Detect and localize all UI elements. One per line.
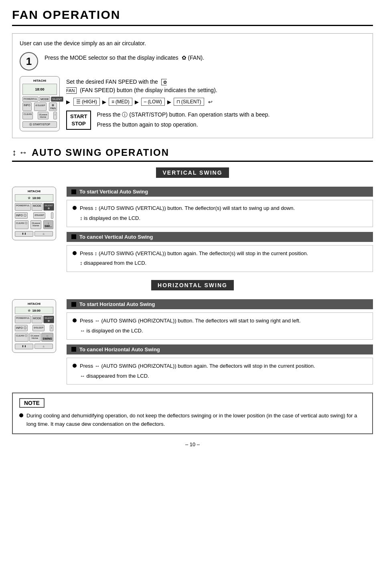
cancel-vertical-content: Press ↕ (AUTO SWING (VERTICAL)) button a…	[67, 245, 373, 272]
rv-btn-powerful: POWERFUL	[15, 203, 31, 211]
remote-v-rows: POWERFUL MODE SILENT ✿ INFO ⓘ ⊘SLEEP CLE…	[15, 203, 53, 238]
page-number: – 10 –	[12, 441, 373, 447]
vertical-swing-icon: ↕	[12, 147, 16, 158]
auto-swing-header: ↕ ↔ AUTO SWING OPERATION	[12, 147, 373, 162]
step-2-content: Set the desired FAN SPEED with the ✿FAN …	[66, 76, 365, 130]
horizontal-swing-label: HORIZONTAL SWING	[151, 280, 234, 290]
rh-btn-leavehome: ⊙LeaveHome	[29, 333, 40, 342]
step-1-number: 1	[20, 52, 38, 70]
dot-4	[73, 364, 77, 368]
remote-brand: HITACHI	[22, 79, 57, 83]
start-vertical-title: To start Vertical Auto Swing	[79, 189, 148, 195]
rv-btn-silent: SILENT ✿	[43, 203, 54, 211]
speed-silent: ⊓ (SILENT)	[174, 98, 204, 106]
note-content: During cooling and dehumidifying operati…	[19, 412, 366, 429]
remote-btn-powerful: POWERFUL	[22, 97, 38, 102]
start-stop-text: Press the ⓘ (START/STOP) button. Fan ope…	[97, 111, 270, 129]
rv-btn-bottom-left: ⬆⬇	[15, 231, 33, 237]
remote-h-display: ☆ 18:00	[15, 307, 53, 314]
cancel-horizontal-action: Press ↔ (AUTO SWING (HORIZONTAL)) button…	[80, 362, 315, 371]
remote-vertical: HITACHI ☆ 18:00 POWERFUL MODE SILENT ✿ I…	[12, 187, 56, 240]
cancel-horizontal-action-line: Press ↔ (AUTO SWING (HORIZONTAL)) button…	[73, 362, 367, 371]
vertical-swing-section: VERTICAL SWING HITACHI ☆ 18:00 POWERFUL …	[12, 167, 373, 272]
rv-btn-leavehome: ⊙LeaveHome	[30, 220, 41, 229]
remote-horizontal: HITACHI ☆ 18:00 POWERFUL MODE SILENT ✿ I…	[12, 299, 56, 353]
rv-btn-mode: MODE	[32, 203, 43, 211]
rh-btn-bottom-right: ⌂	[34, 344, 53, 349]
speed-high: ☰ (HIGH)	[73, 98, 100, 106]
dot-3	[73, 318, 77, 322]
vertical-swing-content: HITACHI ☆ 18:00 POWERFUL MODE SILENT ✿ I…	[12, 187, 373, 272]
cancel-vertical-lcd: ↕ disappeared from the LCD.	[73, 259, 367, 268]
horizontal-swing-actions: To start Horizontal Auto Swing Press ↔ (…	[67, 299, 373, 385]
bullet-square-1	[71, 189, 76, 194]
swing-icons: ↕ ↔	[12, 147, 28, 158]
remote-diagram-fan: HITACHI 18:00 POWERFUL MODE SILENT INFO …	[20, 76, 60, 131]
remote-btn-silent: SILENT	[51, 97, 63, 102]
page-title: FAN OPERATION	[12, 8, 373, 22]
fan-step-2: HITACHI 18:00 POWERFUL MODE SILENT INFO …	[20, 76, 365, 131]
start-horizontal-lcd-text: ↔ is displayed on the LCD.	[80, 327, 143, 335]
vertical-swing-label-box: VERTICAL SWING	[12, 167, 373, 182]
start-horizontal-action-line: Press ↔ (AUTO SWING (HORIZONTAL)) button…	[73, 317, 367, 325]
rh-btn-clean: CLEAN ⓘ	[15, 333, 28, 342]
remote-btn-info: INFO	[22, 103, 32, 111]
cancel-vertical-title: To cancel Vertical Auto Swing	[79, 234, 153, 240]
note-text: During cooling and dehumidifying operati…	[26, 412, 366, 429]
rv-btn-swing: ↕SWI...	[43, 220, 53, 229]
fan-operation-section: User can use the device simply as an air…	[12, 33, 373, 138]
remote-btn-mode: MODE	[39, 97, 50, 102]
rh-btn-swing: ↔SWING	[41, 333, 53, 342]
rv-btn-empty	[51, 212, 53, 219]
bullet-square-2	[71, 234, 76, 239]
start-horizontal-action: Press ↔ (AUTO SWING (HORIZONTAL)) button…	[80, 317, 301, 325]
fan-steps: 1 Press the MODE selector so that the di…	[20, 52, 365, 131]
horizontal-swing-content: HITACHI ☆ 18:00 POWERFUL MODE SILENT ✿ I…	[12, 299, 373, 385]
arrow-2: ▶	[135, 99, 139, 105]
cancel-horizontal-lcd: ↔ disappeared from the LCD.	[73, 372, 367, 381]
arrow-4: ↩	[208, 99, 213, 105]
remote-btn-start-stop: ⓪ START/STOP	[22, 121, 57, 128]
rh-btn-silent: SILENT ✿	[43, 316, 54, 323]
rh-btn-powerful: POWERFUL	[15, 316, 31, 323]
step-1-text: Press the MODE selector so that the disp…	[45, 54, 365, 62]
cancel-horizontal-content: Press ↔ (AUTO SWING (HORIZONTAL)) button…	[67, 358, 373, 385]
auto-swing-title: AUTO SWING OPERATION	[32, 147, 169, 158]
note-bullet	[19, 413, 23, 417]
cancel-vertical-title-bar: To cancel Vertical Auto Swing	[67, 232, 373, 242]
start-horizontal-content: Press ↔ (AUTO SWING (HORIZONTAL)) button…	[67, 312, 373, 340]
remote-v-brand: HITACHI	[15, 189, 53, 193]
start-vertical-lcd-text: ↕ is displayed on the LCD.	[80, 214, 140, 223]
start-stop-block: START STOP Press the ⓘ (START/STOP) butt…	[66, 111, 365, 130]
arrow-1: ▶	[102, 99, 106, 105]
arrow-3: ▶	[167, 99, 171, 105]
horizontal-swing-icon: ↔	[19, 147, 28, 158]
remote-btn-leavehome: ⊙LeaveHome	[38, 112, 49, 119]
horizontal-swing-label-box: HORIZONTAL SWING	[12, 280, 373, 294]
start-vertical-action: Press ↕ (AUTO SWING (VERTICAL)) button. …	[80, 204, 295, 213]
start-horizontal-lcd: ↔ is displayed on the LCD.	[73, 327, 367, 335]
fan-step-1: 1 Press the MODE selector so that the di…	[20, 52, 365, 70]
start-vertical-content: Press ↕ (AUTO SWING (VERTICAL)) button. …	[67, 200, 373, 227]
rh-btn-info: INFO ⓘ	[15, 325, 28, 331]
auto-swing-section: ↕ ↔ AUTO SWING OPERATION VERTICAL SWING …	[12, 147, 373, 385]
rh-btn-bottom-left: ⬆⬇	[15, 344, 33, 349]
rv-btn-info: INFO ⓘ	[15, 212, 28, 219]
rv-btn-clean: CLEAN ⓘ	[15, 220, 28, 229]
rh-btn-sleep: ⊘SLEEP	[32, 325, 45, 331]
remote-display: 18:00	[22, 84, 57, 95]
cancel-horizontal-title-bar: To cancel Horizontal Auto Swing	[67, 344, 373, 354]
cancel-vertical-action-line: Press ↕ (AUTO SWING (VERTICAL)) button a…	[73, 250, 367, 258]
remote-rows: POWERFUL MODE SILENT INFO ⊘SLEEP ✿FAN CL…	[22, 97, 57, 129]
start-stop-text-1: Press the ⓘ (START/STOP) button. Fan ope…	[97, 111, 270, 119]
rv-btn-bottom-right: ⌂	[34, 231, 53, 236]
start-stop-text-2: Press the button again to stop operation…	[97, 121, 270, 129]
remote-btn-clean: CLEAN	[22, 112, 33, 119]
remote-horizontal-container: HITACHI ☆ 18:00 POWERFUL MODE SILENT ✿ I…	[12, 299, 60, 385]
rh-btn-mode: MODE	[32, 316, 43, 323]
arrow-right-1: ▶	[66, 99, 70, 105]
remote-vertical-container: HITACHI ☆ 18:00 POWERFUL MODE SILENT ✿ I…	[12, 187, 60, 272]
speed-med: ≡ (MED)	[109, 98, 132, 106]
remote-btn-sleep: ⊘SLEEP	[34, 103, 46, 111]
rh-btn-empty: ↕	[50, 325, 54, 331]
